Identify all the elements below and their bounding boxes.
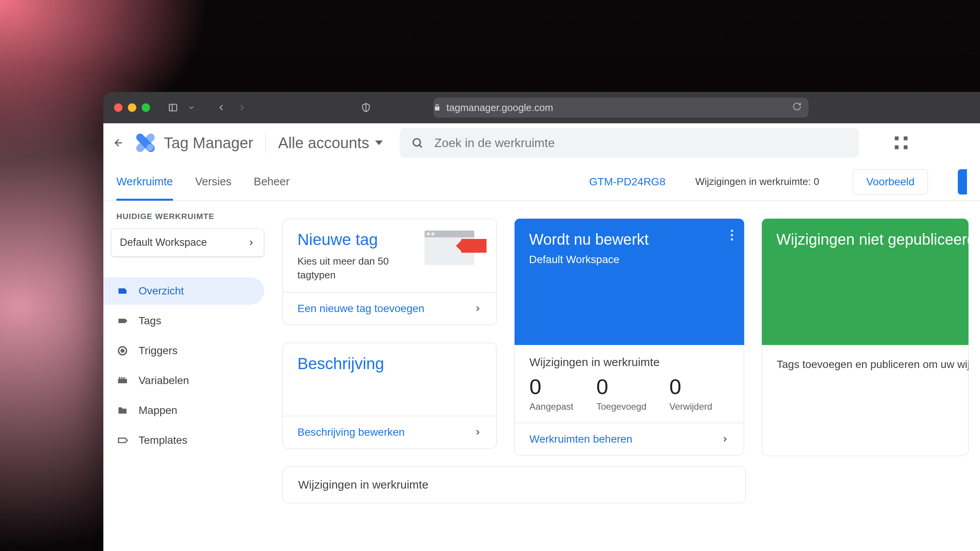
svg-line-8: [420, 145, 422, 147]
svg-rect-9: [895, 136, 899, 140]
divider: [265, 132, 266, 154]
minimize-window-icon[interactable]: [128, 103, 136, 112]
forward-icon: [235, 101, 249, 114]
back-icon[interactable]: [214, 101, 228, 114]
sidebar-item-label: Overzicht: [139, 285, 184, 297]
account-selector[interactable]: Alle accounts: [278, 134, 383, 152]
app-header: Tag Manager Alle accounts: [103, 123, 980, 163]
sidebar-item-label: Templates: [139, 434, 188, 446]
action-label: Beschrijving bewerken: [297, 426, 405, 438]
chevron-right-icon: [474, 304, 482, 313]
search-bar[interactable]: [400, 128, 859, 158]
tab-workspace[interactable]: Werkruimte: [116, 163, 173, 201]
submit-button[interactable]: [958, 169, 967, 195]
close-window-icon[interactable]: [114, 103, 122, 112]
url-text: tagmanager.google.com: [446, 102, 553, 114]
sidebar-item-templates[interactable]: Templates: [103, 427, 264, 454]
manage-workspaces-button[interactable]: Werkruimten beheren: [515, 423, 744, 455]
chevron-right-icon: [721, 435, 729, 443]
browser-window: tagmanager.google.com Ta: [103, 92, 980, 551]
svg-rect-11: [895, 146, 899, 149]
workspace-changes-count: Wijzigingen in werkruimte: 0: [695, 176, 819, 188]
card-menu-button[interactable]: [730, 229, 733, 242]
svg-rect-12: [904, 146, 908, 149]
svg-point-20: [731, 234, 733, 236]
svg-point-7: [413, 139, 421, 146]
add-tag-button[interactable]: Een nieuwe tag toevoegen: [283, 292, 497, 325]
card-subtitle: Default Workspace: [529, 253, 730, 266]
search-icon: [411, 137, 423, 149]
back-button[interactable]: [110, 134, 127, 151]
sidebar-nav: Overzicht Tags Triggers Variabelen: [103, 268, 272, 454]
container-id[interactable]: GTM-PD24RG8: [589, 176, 665, 188]
card-title: Wijzigingen niet gepubliceerd: [776, 231, 954, 248]
svg-point-19: [731, 230, 733, 232]
stat-label: Toegevoegd: [596, 401, 647, 412]
reload-icon[interactable]: [792, 102, 802, 114]
stats-title: Wijzigingen in werkruimte: [529, 356, 729, 369]
sidebar-item-folders[interactable]: Mappen: [103, 397, 264, 424]
svg-point-21: [731, 238, 733, 240]
editing-card: Wordt nu bewerkt Default Workspace: [514, 219, 744, 345]
workspace-name: Default Workspace: [120, 237, 207, 249]
sidebar-item-label: Triggers: [139, 345, 178, 357]
shield-icon[interactable]: [359, 101, 373, 114]
sidebar-item-label: Mappen: [139, 404, 177, 417]
workspace-selector[interactable]: Default Workspace: [111, 229, 264, 257]
folder-icon: [116, 404, 129, 417]
stat-label: Verwijderd: [670, 401, 712, 412]
search-input[interactable]: [434, 136, 848, 150]
card-title: Nieuwe tag: [297, 231, 417, 249]
url-bar[interactable]: tagmanager.google.com: [433, 98, 808, 118]
stat-label: Aangepast: [529, 401, 573, 412]
sidebar-section-label: HUIDIGE WERKRUIMTE: [103, 212, 272, 229]
variable-icon: [116, 374, 129, 387]
gtm-logo-icon: [135, 132, 156, 154]
sidebar-toggle-icon[interactable]: [166, 101, 180, 114]
stat-value: 0: [670, 374, 712, 399]
tab-admin[interactable]: Beheer: [254, 163, 290, 201]
tag-icon: [116, 315, 129, 327]
maximize-window-icon[interactable]: [142, 103, 150, 112]
sidebar-item-overview[interactable]: Overzicht: [103, 277, 264, 305]
edit-description-button[interactable]: Beschrijving bewerken: [283, 416, 497, 448]
action-label: Werkruimten beheren: [529, 433, 632, 445]
trigger-icon: [116, 345, 129, 357]
overview-icon: [116, 285, 129, 297]
stat-value: 0: [596, 374, 647, 399]
stat-deleted: 0 Verwijderd: [670, 374, 712, 412]
unpublished-card: Wijzigingen niet gepubliceerd: [762, 219, 969, 345]
description-card: Beschrijving Beschrijving bewerken: [283, 343, 497, 449]
unpublished-card-wrapper: Wijzigingen niet gepubliceerd Tags toevo…: [762, 219, 969, 456]
sidebar-item-tags[interactable]: Tags: [103, 307, 264, 335]
svg-rect-10: [904, 136, 908, 140]
action-label: Een nieuwe tag toevoegen: [297, 302, 425, 315]
sidebar-item-triggers[interactable]: Triggers: [103, 337, 264, 365]
stat-added: 0 Toegevoegd: [596, 374, 647, 412]
preview-button[interactable]: Voorbeeld: [853, 169, 928, 195]
sidebar-item-label: Tags: [139, 315, 161, 327]
sidebar-item-variables[interactable]: Variabelen: [103, 367, 264, 394]
sidebar: HUIDIGE WERKRUIMTE Default Workspace Ove…: [103, 201, 272, 551]
svg-rect-15: [118, 379, 127, 383]
chevron-down-icon[interactable]: [187, 101, 196, 114]
tag-illustration-icon: [425, 231, 482, 269]
window-controls[interactable]: [114, 103, 150, 112]
stat-modified: 0 Aangepast: [529, 374, 573, 412]
account-selector-label: Alle accounts: [278, 134, 369, 152]
chevron-right-icon: [247, 239, 255, 247]
editing-card-wrapper: Wordt nu bewerkt Default Workspace Wijzi…: [514, 219, 744, 456]
sidebar-item-label: Variabelen: [139, 374, 189, 387]
svg-rect-17: [121, 377, 123, 379]
main-content: Nieuwe tag Kies uit meer dan 50 tagtypen…: [272, 201, 980, 551]
unpublished-body: Tags toevoegen en publiceren om uw wijzi…: [762, 345, 968, 384]
tab-versions[interactable]: Versies: [195, 163, 232, 201]
apps-grid-icon[interactable]: [893, 135, 909, 150]
tab-row: Werkruimte Versies Beheer GTM-PD24RG8 Wi…: [103, 163, 980, 201]
svg-rect-16: [119, 377, 121, 379]
new-tag-card: Nieuwe tag Kies uit meer dan 50 tagtypen…: [283, 219, 497, 325]
svg-rect-0: [169, 104, 177, 111]
card-title: Beschrijving: [297, 355, 482, 373]
template-icon: [116, 434, 129, 446]
stat-value: 0: [529, 374, 573, 399]
